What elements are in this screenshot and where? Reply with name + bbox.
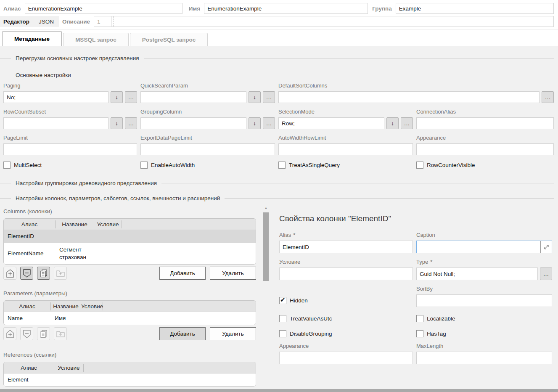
- paging-input[interactable]: [3, 91, 108, 103]
- shield-up-plus-icon: [6, 330, 14, 338]
- rowcountsubset-dropdown-button[interactable]: ↓: [111, 117, 123, 129]
- tab-postgresql-query[interactable]: PostgreSQL запрос: [130, 33, 208, 46]
- ellipsis-icon: …: [128, 94, 134, 100]
- groupingcolumn-ellipsis-button[interactable]: …: [263, 117, 275, 129]
- shield-down-minus-icon: [23, 269, 31, 278]
- header-panel: Алиас Имя Группа Редактор JSON Описание: [0, 0, 558, 29]
- disablegrouping-checkbox[interactable]: DisableGrouping: [279, 330, 413, 337]
- group-label: Группа: [372, 5, 392, 12]
- caption-focused-box: [416, 241, 552, 253]
- references-table: Алиас Условие Element: [3, 362, 256, 387]
- quicksearchparam-dropdown-button[interactable]: ↓: [249, 91, 261, 103]
- cell-condition: [81, 312, 103, 325]
- parameters-toolbar: Добавить Удалить: [3, 327, 256, 340]
- cell-alias: ElementID: [4, 230, 56, 243]
- name-input[interactable]: [204, 3, 368, 14]
- horizontal-scrollbar[interactable]: [0, 389, 558, 392]
- treatassinglequery-checkbox[interactable]: TreatAsSingleQuery: [278, 162, 340, 169]
- checkbox-box: [416, 162, 423, 169]
- defaultsortcolumns-ellipsis-button[interactable]: …: [542, 91, 554, 103]
- group-caption-main-settings: Основные настройки: [0, 72, 558, 78]
- hastag-row: HasTag: [416, 330, 552, 337]
- scroll-up-arrow-icon[interactable]: ▲: [264, 207, 268, 210]
- folder-up-button[interactable]: [54, 327, 67, 340]
- rowcountsubset-input[interactable]: [3, 117, 108, 129]
- localizable-checkbox[interactable]: Localizable: [416, 315, 552, 322]
- description-label: Описание: [62, 19, 90, 25]
- tab-mssql-query[interactable]: MSSQL запрос: [63, 33, 129, 46]
- rowcountsubset-field: RowCountSubset ↓ …: [3, 109, 137, 129]
- paging-ellipsis-button[interactable]: …: [125, 91, 137, 103]
- cell-name: Имя: [51, 312, 81, 325]
- alias-input[interactable]: [25, 3, 182, 14]
- appearance-input[interactable]: [416, 143, 554, 155]
- type-prop-input[interactable]: [416, 268, 538, 280]
- selectionmode-ellipsis-button[interactable]: …: [401, 117, 413, 129]
- cell-alias: Element: [4, 373, 54, 386]
- rowcountervisible-checkbox[interactable]: RowCounterVisible: [416, 162, 475, 169]
- shield-down-minus-button[interactable]: [20, 267, 33, 280]
- folder-up-button[interactable]: [54, 267, 67, 280]
- multiselect-checkbox[interactable]: MultiSelect: [3, 162, 42, 169]
- defaultsortcolumns-input[interactable]: [278, 91, 539, 103]
- selectionmode-input[interactable]: [278, 117, 384, 129]
- table-row[interactable]: Name Имя: [4, 312, 256, 325]
- connectionalias-input[interactable]: [416, 117, 554, 129]
- shield-up-plus-icon: [6, 269, 14, 278]
- json-toggle[interactable]: JSON: [39, 19, 54, 25]
- pagelimit-input[interactable]: [3, 143, 137, 155]
- maxlength-prop-field: MaxLength: [416, 343, 552, 364]
- description-input[interactable]: [114, 16, 553, 26]
- exportdatapagelimit-input[interactable]: [140, 143, 275, 155]
- appearance-prop-input[interactable]: [279, 352, 413, 364]
- condition-prop-label: Условие: [279, 259, 413, 265]
- parameters-add-button[interactable]: Добавить: [159, 327, 206, 340]
- lists-pane: Columns (колонки) Алиас Название Условие…: [0, 204, 261, 392]
- quicksearchparam-input[interactable]: [140, 91, 246, 103]
- quicksearchparam-ellipsis-button[interactable]: …: [263, 91, 275, 103]
- sortby-prop-input[interactable]: [416, 294, 552, 307]
- columns-remove-button[interactable]: Удалить: [210, 267, 256, 280]
- table-row[interactable]: ElementName Сегмент страхован: [4, 243, 256, 264]
- hidden-checkbox[interactable]: ✔Hidden: [279, 297, 308, 304]
- autowidthrowlimit-label: AutoWidthRowLimit: [278, 135, 413, 141]
- groupingcolumn-input[interactable]: [140, 117, 246, 129]
- required-marker: *: [293, 232, 295, 238]
- description-number-input[interactable]: [94, 16, 112, 26]
- copy-document-button[interactable]: [37, 327, 50, 340]
- treatvalueasutc-checkbox[interactable]: TreatValueAsUtc: [279, 315, 413, 322]
- type-ellipsis-button[interactable]: …: [540, 268, 552, 280]
- enableautowidth-checkbox[interactable]: EnableAutoWidth: [140, 162, 195, 169]
- columns-add-button[interactable]: Добавить: [159, 267, 206, 280]
- shield-up-plus-button[interactable]: [3, 267, 16, 280]
- paging-dropdown-button[interactable]: ↓: [111, 91, 123, 103]
- table-row[interactable]: Element: [4, 373, 256, 386]
- alias-prop-input[interactable]: [279, 241, 413, 253]
- type-prop-label: Type: [416, 259, 428, 265]
- selectionmode-dropdown-button[interactable]: ↓: [386, 117, 399, 129]
- autowidthrowlimit-input[interactable]: [278, 143, 413, 155]
- caption-expand-button[interactable]: [540, 241, 552, 253]
- shield-down-minus-button[interactable]: [20, 327, 33, 340]
- column-header-condition: Условие: [54, 364, 84, 372]
- cell-name: [56, 230, 94, 243]
- vertical-scrollbar[interactable]: ▲: [263, 207, 269, 281]
- editor-label: Редактор: [3, 19, 29, 25]
- hastag-checkbox[interactable]: HasTag: [416, 330, 552, 337]
- shield-up-plus-button[interactable]: [3, 327, 16, 340]
- defaultsortcolumns-label: DefaultSortColumns: [278, 82, 554, 89]
- rowcountsubset-ellipsis-button[interactable]: …: [125, 117, 137, 129]
- caption-prop-input[interactable]: [417, 241, 540, 253]
- app-window: Алиас Имя Группа Редактор JSON Описание …: [0, 0, 558, 392]
- tab-strip: Метаданные MSSQL запрос PostgreSQL запро…: [2, 31, 209, 46]
- group-input[interactable]: [396, 3, 554, 14]
- copy-document-button[interactable]: [37, 267, 50, 280]
- condition-prop-input[interactable]: [279, 268, 413, 280]
- maxlength-prop-input[interactable]: [416, 352, 552, 364]
- groupingcolumn-dropdown-button[interactable]: ↓: [249, 117, 261, 129]
- table-row[interactable]: ElementID: [4, 230, 256, 243]
- parameters-remove-button[interactable]: Удалить: [210, 327, 256, 340]
- scrollbar-thumb[interactable]: [263, 212, 269, 281]
- tab-metadata[interactable]: Метаданные: [2, 31, 62, 46]
- column-header-condition: Условие: [81, 302, 103, 310]
